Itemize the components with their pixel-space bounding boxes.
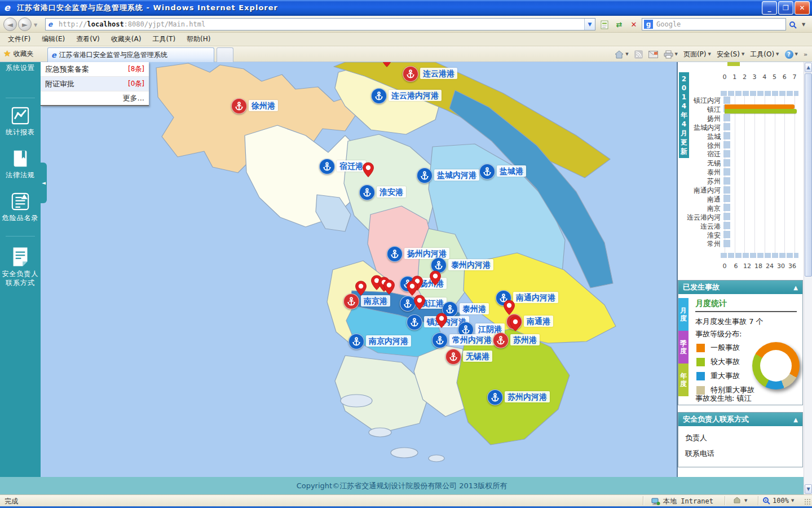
sidebar-item-laws[interactable]: 法律法规 [0,149,41,179]
port-label-南通内河港[interactable]: 南通内河港 [513,292,558,303]
restore-button[interactable]: ❐ [778,1,793,15]
search-icon[interactable] [787,18,798,31]
port-marker-无锡港[interactable] [445,349,461,365]
port-label-盐城内河港[interactable]: 盐城内河港 [434,169,479,181]
home-button[interactable]: ▼ [615,50,628,59]
port-marker-常州内河港[interactable] [432,332,448,348]
accident-pin-icon[interactable] [435,313,448,329]
contacts-header[interactable]: 安全负责人联系方式 ▲ [678,413,802,426]
popup-row[interactable]: 应急预案备案[8条] [41,62,149,77]
page-scrollbar[interactable]: ▲ ▼ [804,62,812,494]
more-link[interactable]: 更多... [41,91,149,105]
history-dropdown-icon[interactable]: ▼ [34,23,37,28]
forward-button[interactable]: ► [18,17,32,31]
tab-季度[interactable]: 季度 [678,331,689,364]
collapse-icon[interactable]: ▲ [793,417,798,423]
accident-pin-icon[interactable] [362,162,374,178]
port-label-扬州内河港[interactable]: 扬州内河港 [404,248,449,259]
menu-item[interactable]: 编辑(E) [36,33,70,46]
scrollbar-thumb[interactable] [805,73,812,277]
port-label-常州内河港[interactable]: 常州内河港 [449,334,495,345]
menu-item[interactable]: 工具(T) [147,33,181,46]
search-box[interactable]: g Google [642,18,786,30]
url-dropdown-icon[interactable]: ▼ [584,19,595,30]
port-label-连云港内河港[interactable]: 连云港内河港 [389,90,442,101]
feeds-button[interactable] [634,50,643,59]
tools-menu-button[interactable]: 工具(O)▼ [750,50,779,59]
accidents-header[interactable]: 已发生事故 ▲ [678,281,802,294]
scroll-down-icon[interactable]: ▼ [805,484,812,494]
accident-pin-icon[interactable] [503,300,515,316]
url-field[interactable]: e http://localhost:8080/yjpt/Main.html ▼ [45,18,595,30]
resize-grip[interactable] [804,498,811,505]
close-button[interactable]: ✕ [795,1,810,15]
minimize-button[interactable]: _ [762,1,777,15]
accident-pin-icon[interactable] [381,62,393,68]
help-button[interactable]: ?▼ [785,50,798,59]
browser-tab[interactable]: e 江苏省港口安全监管与应急管理系统 [47,47,214,62]
port-label-苏州内河港[interactable]: 苏州内河港 [505,391,550,402]
port-label-泰州内河港[interactable]: 泰州内河港 [448,259,493,270]
sidebar-collapse-handle[interactable]: ◄ [41,163,47,203]
accident-pin-icon[interactable] [383,279,395,295]
back-button[interactable]: ◄ [3,17,17,31]
protected-mode-button[interactable]: ▼ [733,497,747,504]
sidebar-item-dangerous-goods[interactable]: 危险品名录 [0,192,41,222]
print-button[interactable]: ▼ [664,50,678,59]
port-marker-连云港港[interactable] [403,66,418,82]
menu-item[interactable]: 帮助(H) [181,33,216,46]
new-tab-button[interactable] [217,47,233,63]
port-marker-苏州内河港[interactable] [487,389,503,405]
port-marker-徐州港[interactable] [231,98,247,114]
sidebar-item-statistics[interactable]: 统计报表 [0,106,41,137]
port-marker-镇江内河港[interactable] [407,314,422,330]
stop-icon[interactable]: ✕ [627,18,641,31]
port-label-泰州港[interactable]: 泰州港 [460,303,489,314]
port-marker-苏州港[interactable] [493,332,509,348]
port-marker-盐城内河港[interactable] [417,168,433,183]
sidebar-item-system-settings[interactable]: 系统设置 [0,62,41,73]
page-menu-button[interactable]: 页面(P)▼ [683,50,711,59]
menu-item[interactable]: 收藏夹(A) [105,33,147,46]
jiangsu-map[interactable]: 徐州港连云港港连云港内河港宿迁港淮安港盐城内河港盐城港扬州内河港泰州内河港扬州港… [41,62,677,477]
zoom-control[interactable]: 100% ▼ [762,497,794,505]
port-marker-南京内河港[interactable] [348,334,364,349]
sidebar-item-safety-contacts[interactable]: 安全负责人联系方式 [0,247,41,287]
tab-年度[interactable]: 年度 [678,364,689,396]
menu-item[interactable]: 文件(F) [2,33,36,46]
port-label-连云港港[interactable]: 连云港港 [420,68,457,79]
port-marker-盐城港[interactable] [479,164,495,179]
port-label-无锡港[interactable]: 无锡港 [463,351,492,362]
accident-pin-icon[interactable] [355,281,367,296]
favorites-button[interactable]: ★ 收藏夹 [3,49,33,59]
read-mail-button[interactable] [648,51,658,58]
menu-item[interactable]: 查看(V) [70,33,105,46]
port-label-苏州港[interactable]: 苏州港 [510,334,540,345]
tab-月度[interactable]: 月度 [678,298,689,331]
port-marker-淮安港[interactable] [359,185,375,200]
compatibility-view-icon[interactable] [598,18,611,31]
top-axis-tick: 0 [723,73,727,81]
top-axis-tick: 4 [762,73,766,81]
port-label-南京内河港[interactable]: 南京内河港 [366,335,411,347]
port-marker-宿迁港[interactable] [319,159,335,174]
search-dropdown-icon[interactable]: ▼ [800,18,807,31]
port-label-徐州港[interactable]: 徐州港 [249,100,278,111]
accident-pin-icon[interactable] [413,295,426,310]
port-label-盐城港[interactable]: 盐城港 [497,165,526,177]
refresh-icon[interactable]: ⇄ [612,18,626,31]
safety-menu-button[interactable]: 安全(S)▼ [717,50,744,59]
port-label-南京港[interactable]: 南京港 [361,295,390,306]
legend-item-较大事故: 较大事故 [696,357,740,367]
overflow-chevron-icon[interactable]: » [804,51,807,58]
scroll-up-icon[interactable]: ▲ [805,63,812,72]
accident-pin-icon[interactable] [429,270,442,286]
accident-pin-icon[interactable] [509,316,522,332]
port-marker-扬州内河港[interactable] [387,246,403,262]
port-label-淮安港[interactable]: 淮安港 [377,186,406,198]
accident-pin-icon[interactable] [406,281,418,296]
port-marker-连云港内河港[interactable] [371,88,387,104]
collapse-icon[interactable]: ▲ [793,284,798,291]
popup-row[interactable]: 附证审批[0条] [41,77,149,91]
port-label-南通港[interactable]: 南通港 [524,316,553,327]
